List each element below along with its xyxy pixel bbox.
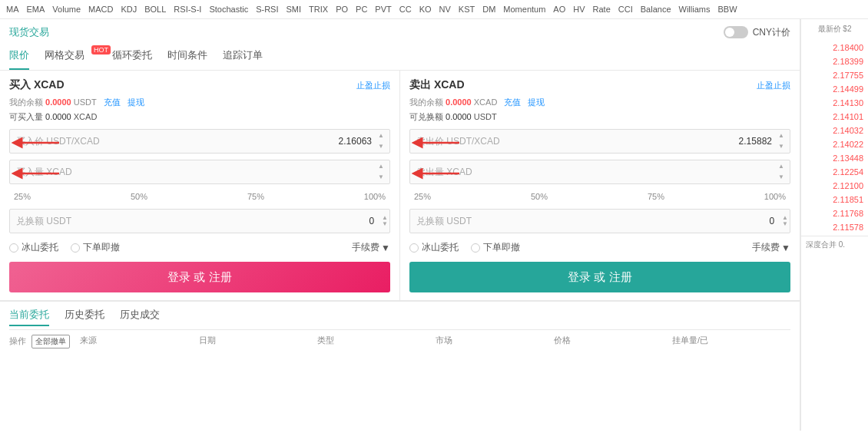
cny-toggle-switch[interactable] bbox=[724, 26, 748, 38]
buy-pct-100[interactable]: 100% bbox=[361, 190, 389, 203]
sell-immediate[interactable]: 下单即撤 bbox=[471, 241, 520, 254]
indicator-ema[interactable]: EMA bbox=[27, 5, 45, 14]
spot-header: 现货交易 CNY计价 bbox=[0, 19, 800, 42]
buy-exchange-down[interactable]: ▼ bbox=[382, 221, 388, 227]
price-item-1[interactable]: 2.18399 bbox=[801, 54, 868, 68]
indicator-williams[interactable]: Williams bbox=[679, 5, 711, 14]
buy-pct-50[interactable]: 50% bbox=[128, 190, 151, 203]
sell-pct-50[interactable]: 50% bbox=[528, 190, 551, 203]
buy-price-up[interactable]: ▲ bbox=[373, 130, 389, 141]
indicator-cc[interactable]: CC bbox=[399, 5, 412, 14]
sell-pct-25[interactable]: 25% bbox=[411, 190, 434, 203]
indicator-balance[interactable]: Balance bbox=[641, 5, 671, 14]
indicator-pvt[interactable]: PVT bbox=[375, 5, 391, 14]
buy-amount-input[interactable] bbox=[9, 160, 390, 184]
tab-cycle[interactable]: 循环委托 bbox=[112, 42, 152, 70]
trade-tabs: 限价 网格交易 HOT 循环委托 时间条件 追踪订单 bbox=[0, 42, 800, 71]
buy-amount-up[interactable]: ▲ bbox=[373, 161, 389, 172]
price-item-3[interactable]: 2.14499 bbox=[801, 82, 868, 96]
tab-limit[interactable]: 限价 bbox=[9, 42, 29, 70]
sell-exchange-down[interactable]: ▼ bbox=[782, 221, 788, 227]
buy-action-button[interactable]: 登录 或 注册 bbox=[9, 262, 390, 292]
indicator-po[interactable]: PO bbox=[336, 5, 348, 14]
buy-iceberg[interactable]: 冰山委托 bbox=[9, 241, 58, 254]
indicator-bbw[interactable]: BBW bbox=[717, 5, 737, 14]
sell-exchange-label: 兑换额 USDT bbox=[410, 215, 763, 228]
bottom-tab-trades[interactable]: 历史成交 bbox=[120, 308, 160, 326]
buy-balance-row: 我的余额 0.0000 USDT 充值 提现 bbox=[9, 97, 390, 108]
buy-pct-25[interactable]: 25% bbox=[11, 190, 34, 203]
indicator-pc[interactable]: PC bbox=[356, 5, 367, 14]
sell-price-up[interactable]: ▲ bbox=[774, 130, 789, 141]
bottom-tab-history-label: 历史委托 bbox=[65, 309, 104, 320]
price-item-7[interactable]: 2.14022 bbox=[801, 137, 868, 151]
indicator-ko[interactable]: KO bbox=[419, 5, 432, 14]
buy-charge-link[interactable]: 充值 bbox=[104, 97, 121, 107]
sell-pct-100[interactable]: 100% bbox=[761, 190, 789, 203]
buy-iceberg-radio[interactable] bbox=[9, 243, 18, 253]
buy-price-down[interactable]: ▼ bbox=[373, 141, 389, 152]
indicator-nv[interactable]: NV bbox=[439, 5, 451, 14]
indicator-dm[interactable]: DM bbox=[482, 5, 495, 14]
indicator-ma[interactable]: MA bbox=[6, 5, 19, 14]
indicator-kst[interactable]: KST bbox=[459, 5, 475, 14]
indicator-rate[interactable]: Rate bbox=[593, 5, 611, 14]
tab-track[interactable]: 追踪订单 bbox=[223, 42, 263, 70]
buy-pct-75[interactable]: 75% bbox=[244, 190, 267, 203]
indicator-kdj[interactable]: KDJ bbox=[121, 5, 137, 14]
sell-fee[interactable]: 手续费 ▼ bbox=[752, 241, 790, 254]
sell-charge-link[interactable]: 充值 bbox=[504, 97, 521, 107]
sell-iceberg[interactable]: 冰山委托 bbox=[409, 241, 459, 254]
sell-iceberg-radio[interactable] bbox=[409, 243, 419, 253]
indicator-hv[interactable]: HV bbox=[573, 5, 585, 14]
price-item-6[interactable]: 2.14032 bbox=[801, 124, 868, 137]
buy-exchange-spinners: ▲ ▼ bbox=[380, 213, 389, 229]
buy-price-input[interactable] bbox=[9, 129, 390, 154]
buy-amount-down[interactable]: ▼ bbox=[373, 172, 389, 183]
buy-price-spinners: ▲ ▼ bbox=[373, 130, 389, 152]
indicator-macd[interactable]: MACD bbox=[88, 5, 113, 14]
sell-withdraw-link[interactable]: 提现 bbox=[528, 97, 545, 107]
price-item-10[interactable]: 2.12100 bbox=[801, 179, 868, 193]
cancel-all-btn[interactable]: 全部撤单 bbox=[31, 335, 70, 348]
sell-action-button[interactable]: 登录 或 注册 bbox=[409, 262, 790, 292]
price-item-4[interactable]: 2.14130 bbox=[801, 96, 868, 110]
indicator-momentum[interactable]: Momentum bbox=[503, 5, 545, 14]
sell-pct-75[interactable]: 75% bbox=[644, 190, 668, 203]
indicator-smi[interactable]: SMI bbox=[287, 5, 302, 14]
price-item-5[interactable]: 2.14101 bbox=[801, 110, 868, 124]
price-item-2[interactable]: 2.17755 bbox=[801, 68, 868, 82]
indicator-boll[interactable]: BOLL bbox=[144, 5, 166, 14]
price-item-13[interactable]: 2.11578 bbox=[801, 220, 868, 234]
price-item-9[interactable]: 2.12254 bbox=[801, 165, 868, 179]
buy-fee[interactable]: 手续费 ▼ bbox=[352, 241, 390, 254]
sell-price-down[interactable]: ▼ bbox=[774, 141, 789, 152]
price-item-11[interactable]: 2.11851 bbox=[801, 193, 868, 206]
indicator-s-rsi[interactable]: S-RSI bbox=[256, 5, 278, 14]
buy-stop-loss[interactable]: 止盈止损 bbox=[356, 80, 390, 91]
price-item-12[interactable]: 2.11768 bbox=[801, 206, 868, 220]
sell-pct-row: 25% 50% 75% 100% bbox=[409, 190, 790, 203]
cny-toggle[interactable]: CNY计价 bbox=[724, 26, 790, 39]
tab-grid[interactable]: 网格交易 HOT bbox=[45, 42, 97, 70]
buy-withdraw-link[interactable]: 提现 bbox=[128, 97, 144, 107]
bottom-tab-history[interactable]: 历史委托 bbox=[65, 308, 104, 326]
sell-price-input[interactable] bbox=[409, 129, 790, 154]
indicator-ao[interactable]: AO bbox=[553, 5, 565, 14]
sell-stop-loss[interactable]: 止盈止损 bbox=[757, 80, 790, 91]
indicator-stochastic[interactable]: Stochastic bbox=[209, 5, 248, 14]
price-item-8[interactable]: 2.13448 bbox=[801, 151, 868, 165]
indicator-trix[interactable]: TRIX bbox=[309, 5, 328, 14]
sell-amount-down[interactable]: ▼ bbox=[774, 172, 789, 183]
buy-immediate[interactable]: 下单即撤 bbox=[71, 241, 120, 254]
sell-immediate-radio[interactable] bbox=[471, 243, 480, 253]
indicator-rsi-s-i[interactable]: RSI-S-I bbox=[174, 5, 201, 14]
sell-amount-input[interactable] bbox=[409, 160, 790, 184]
tab-time[interactable]: 时间条件 bbox=[167, 42, 207, 70]
buy-immediate-radio[interactable] bbox=[71, 243, 80, 253]
bottom-tab-current[interactable]: 当前委托 bbox=[9, 308, 49, 326]
indicator-volume[interactable]: Volume bbox=[52, 5, 81, 14]
sell-amount-up[interactable]: ▲ bbox=[774, 161, 789, 172]
indicator-cci[interactable]: CCI bbox=[618, 5, 633, 14]
price-item-0[interactable]: 2.18400 bbox=[801, 41, 868, 54]
